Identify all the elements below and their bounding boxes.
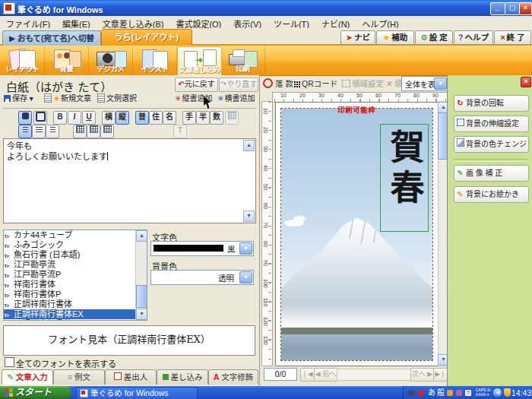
bg-stretch-button[interactable]: 背景の伸縮設定 <box>454 116 529 132</box>
bg-color-change-button[interactable]: 背景の色チェンジ <box>454 136 529 153</box>
font-list-item[interactable]: Tr江戸勘亭流P <box>4 270 147 280</box>
char-style-icon-button[interactable] <box>18 111 32 125</box>
taskbar-app-button[interactable]: 筆ぐるめ for Windows <box>76 387 198 399</box>
tab-merge[interactable]: 差し込み <box>157 369 208 385</box>
navi-button[interactable]: ➤ナビ <box>340 30 375 45</box>
font-list-item[interactable]: Tr魚石行書 (日本語) <box>4 250 147 260</box>
toolbar-illust-button[interactable]: イラスト <box>133 46 177 74</box>
textarea-scroll-down[interactable]: ▼ <box>243 211 255 222</box>
start-button[interactable]: スタート <box>0 386 71 399</box>
toolbar-print-button[interactable]: 印刷 <box>221 46 265 74</box>
save-button[interactable]: 保存 ▾ <box>4 93 33 105</box>
font-list-scrollbar[interactable]: ▲ ▼ <box>135 230 147 320</box>
tray-printer-icon[interactable] <box>408 388 416 397</box>
name-text-button[interactable]: 名 <box>163 111 176 125</box>
bg-paint-button[interactable]: ✎背景にお絵かき <box>454 186 529 203</box>
tab-example[interactable]: ≡ 例文 <box>53 369 105 385</box>
font-list-item[interactable]: Tr正調祥南行書体 <box>4 299 147 309</box>
italic-button[interactable]: I <box>68 111 81 125</box>
font-scroll-thumb[interactable] <box>136 285 147 308</box>
font-scroll-up[interactable]: ▲ <box>136 230 147 242</box>
select-example-button[interactable]: 文例選択 <box>97 93 137 105</box>
greeting-text-box[interactable]: 賀春 <box>380 124 429 232</box>
zoom-dropdown[interactable]: 全体を表示 ▼ <box>401 76 448 91</box>
nav-first-button[interactable]: ❘◀ <box>300 368 315 382</box>
line-spacing-button[interactable]: T <box>173 125 187 138</box>
bg-rotate-button[interactable]: ↻背景の回転 <box>454 95 529 112</box>
page-counter[interactable]: 0/0 <box>264 368 297 381</box>
font-list-item[interactable]: Tr祥南行書体 <box>4 280 147 290</box>
toolbar-layout-button[interactable]: レイアウト <box>1 46 45 74</box>
align-center-button[interactable] <box>32 125 46 138</box>
font-list-item[interactable]: Trカナ44キューブ <box>4 230 147 240</box>
qr-code-button[interactable]: QRコード <box>293 77 337 90</box>
tray-caps-kana-indicator[interactable]: CAPS ⊟KANA ▾ <box>476 388 490 397</box>
font-list-item[interactable]: Tr祥南行書体P <box>4 290 147 299</box>
image-correction-button[interactable]: ✎画 像 補 正 <box>454 165 529 182</box>
tray-security-shield-icon[interactable] <box>504 388 511 397</box>
textarea-scroll-up[interactable]: ▲ <box>243 140 255 151</box>
te-button[interactable]: 手 <box>182 111 196 125</box>
nav-prev-button[interactable]: ◀ 前へ <box>314 368 337 382</box>
tray-collapse-chevron-icon[interactable]: ◀ <box>493 388 502 397</box>
help-button[interactable]: ?ヘルプ <box>454 30 493 45</box>
char-grid-button[interactable] <box>225 111 239 125</box>
nav-last-button[interactable]: ▶❘ <box>433 368 448 382</box>
char-spacing-normal-button[interactable] <box>87 125 100 138</box>
num-button[interactable]: 数 <box>210 111 223 125</box>
redo-button[interactable]: ↷やり直す <box>219 78 258 92</box>
tab-back-layout[interactable]: うら(レイアウト) <box>101 29 192 46</box>
char-spacing-wide-button[interactable] <box>100 125 114 138</box>
panel-close-icon[interactable]: × <box>521 77 531 87</box>
exit-button[interactable]: ×終 了 <box>494 30 531 45</box>
font-scroll-down[interactable]: ▼ <box>136 309 147 320</box>
assist-button[interactable]: ★補助 <box>376 30 414 45</box>
tab-front-address[interactable]: ▶ おもて(宛て名)へ切替 <box>2 30 101 46</box>
tab-text-input[interactable]: ✎ 文章入力 <box>2 369 53 385</box>
add-horizontal-text-button[interactable]: ✳横書追加 <box>217 93 255 105</box>
tray-ime-hiragana[interactable]: あ <box>428 388 435 397</box>
bold-button[interactable]: B <box>53 111 67 125</box>
minimize-button[interactable]: _ <box>490 2 505 15</box>
char-spacing-narrow-button[interactable] <box>73 125 87 138</box>
underline-button[interactable]: U <box>82 111 96 125</box>
maximize-button[interactable]: ▢ <box>505 2 520 15</box>
normal-text-button[interactable]: 普 <box>135 111 149 125</box>
tab-sender[interactable]: 差出人 <box>105 369 157 385</box>
rakkan-button[interactable]: 落 款 <box>263 77 293 90</box>
undo-button[interactable]: ↶元に戻す <box>175 78 218 92</box>
font-list-item[interactable]: Tr正調祥南行書体EXP <box>4 319 147 321</box>
toolbar-background-button[interactable]: 背景 <box>45 46 89 74</box>
nav-next-button[interactable]: 次へ ▶ <box>410 368 434 382</box>
postcard-canvas[interactable]: 印刷可能枠 賀春 <box>275 102 439 366</box>
tray-palette-icon[interactable] <box>447 388 454 397</box>
font-color-dropdown[interactable]: 黒 ▼ <box>150 241 254 256</box>
toolbar-textmerge-button[interactable]: ➜ 文章差し込み <box>177 46 222 76</box>
font-list-item-selected[interactable]: Tr正調祥南行書体EX <box>4 309 147 319</box>
font-list-item[interactable]: Tr江戸勘亭流 <box>4 260 147 270</box>
align-left-button[interactable] <box>18 125 32 138</box>
page-scrollbar-track[interactable] <box>337 369 411 381</box>
tab-decoration[interactable]: A 文字修飾 <box>208 369 258 385</box>
vertical-writing-button[interactable]: 縦 <box>116 111 129 125</box>
tray-ime-mode[interactable]: 般 <box>437 388 445 397</box>
font-list[interactable]: Trカナ44キューブ Trふみゴシック Tr魚石行書 (日本語) Tr江戸勘亭流… <box>3 230 147 321</box>
close-button[interactable]: × <box>519 2 532 15</box>
show-all-fonts-checkbox[interactable] <box>5 357 14 367</box>
chevron-down-icon[interactable]: ▼ <box>239 271 252 283</box>
toolbar-digicam-button[interactable]: デジカメ <box>89 46 133 74</box>
chevron-down-icon[interactable]: ▼ <box>434 78 447 90</box>
address-text-button[interactable]: 住 <box>149 111 163 125</box>
font-list-item[interactable]: Trふみゴシック <box>4 240 147 250</box>
horizontal-writing-button[interactable]: 横 <box>102 111 116 125</box>
area-settings-button[interactable]: 領域設定 <box>342 77 384 90</box>
settings-button[interactable]: ⚙設 定 <box>415 30 453 45</box>
align-right-button[interactable] <box>46 125 59 138</box>
tray-ime-ball-icon[interactable] <box>418 388 426 397</box>
new-document-button[interactable]: ★新規文章 <box>44 93 91 105</box>
char-frame-icon-button[interactable] <box>33 111 47 125</box>
text-input-area[interactable]: 今年もよろしくお願いいたします ▲ ▼ <box>3 138 256 223</box>
chevron-down-icon[interactable]: ▼ <box>239 242 252 255</box>
tray-pen-icon[interactable] <box>456 388 464 397</box>
bg-color-dropdown[interactable]: 透明 ▼ <box>150 270 254 285</box>
